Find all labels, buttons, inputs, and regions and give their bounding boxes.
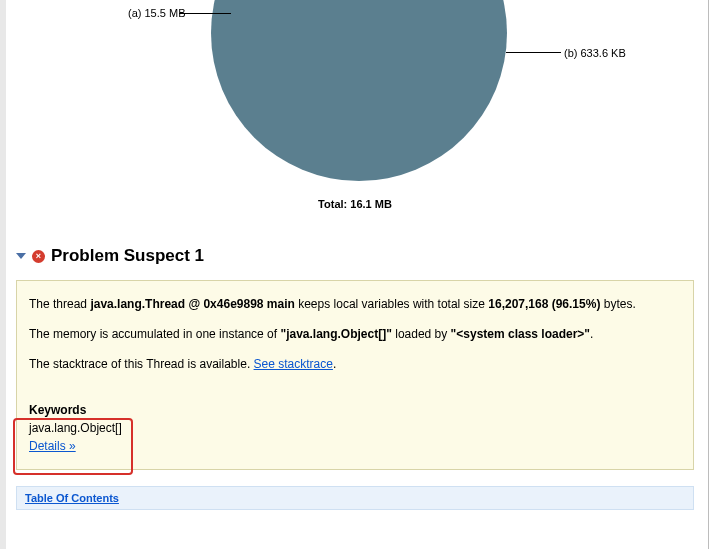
section-title: Problem Suspect 1 <box>51 246 204 266</box>
table-of-contents-link[interactable]: Table Of Contents <box>25 492 119 504</box>
suspect-paragraph-1: The thread java.lang.Thread @ 0x46e9898 … <box>29 295 681 313</box>
error-icon: × <box>32 250 45 263</box>
see-stacktrace-link[interactable]: See stacktrace <box>254 357 333 371</box>
chart-total-label: Total: 16.1 MB <box>16 198 694 210</box>
table-of-contents-bar: Table Of Contents <box>16 486 694 510</box>
section-header[interactable]: × Problem Suspect 1 <box>16 246 694 266</box>
callout-line-a <box>179 13 231 14</box>
problem-suspect-panel: The thread java.lang.Thread @ 0x46e9898 … <box>16 280 694 470</box>
pie-label-a: (a) 15.5 MB <box>128 7 185 19</box>
pie-label-b: (b) 633.6 KB <box>564 47 626 59</box>
details-link[interactable]: Details » <box>29 439 76 453</box>
keywords-heading: Keywords <box>29 403 86 417</box>
twisty-down-icon <box>16 253 26 259</box>
callout-line-b <box>506 52 561 53</box>
keyword-item: java.lang.Object[] <box>29 421 122 435</box>
suspect-paragraph-2: The memory is accumulated in one instanc… <box>29 325 681 343</box>
suspect-paragraph-3: The stacktrace of this Thread is availab… <box>29 355 681 373</box>
pie-chart: (a) 15.5 MB (b) 633.6 KB Total: 16.1 MB <box>16 0 694 200</box>
pie-slice-a <box>211 0 507 181</box>
